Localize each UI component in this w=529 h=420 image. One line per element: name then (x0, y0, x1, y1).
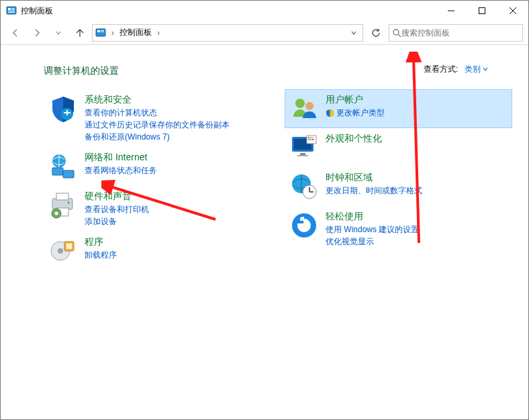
globe-icon (48, 152, 78, 181)
svg-point-34 (305, 102, 314, 110)
users-icon (289, 94, 319, 123)
category-title[interactable]: 程序 (85, 236, 117, 248)
programs-icon (48, 236, 78, 266)
svg-rect-10 (96, 29, 105, 36)
svg-point-14 (393, 30, 399, 35)
category-ease-of-access[interactable]: 轻松使用 使用 Windows 建议的设置 优化视觉显示 (285, 206, 512, 252)
breadcrumb-item[interactable]: 控制面板 (119, 27, 152, 38)
minimize-button[interactable] (436, 1, 467, 21)
svg-rect-32 (66, 244, 72, 249)
search-input[interactable] (389, 24, 523, 42)
task-link[interactable]: 备份和还原(Windows 7) (85, 132, 230, 142)
viewby: 查看方式: 类别 (424, 64, 488, 75)
task-link[interactable]: 查看你的计算机状态 (85, 107, 230, 118)
svg-rect-12 (101, 30, 104, 31)
viewby-value[interactable]: 类别 (465, 64, 488, 74)
svg-rect-21 (52, 168, 63, 175)
category-clock-region[interactable]: 时钟和区域 更改日期、时间或数字格式 (285, 167, 512, 206)
address-dropdown-icon[interactable] (350, 30, 360, 36)
addressbar[interactable]: › 控制面板 › (92, 24, 363, 42)
viewby-label: 查看方式: (424, 64, 458, 74)
svg-rect-45 (312, 139, 314, 140)
titlebar: 控制面板 (1, 1, 528, 21)
control-panel-icon (95, 28, 106, 38)
maximize-button[interactable] (467, 1, 497, 21)
svg-rect-18 (66, 110, 68, 115)
task-link[interactable]: 使用 Windows 建议的设置 (326, 224, 419, 235)
close-button[interactable] (497, 1, 528, 21)
svg-point-33 (295, 99, 305, 108)
category-title[interactable]: 时钟和区域 (326, 172, 422, 184)
svg-rect-7 (479, 8, 485, 14)
svg-rect-1 (8, 8, 11, 10)
window: 控制面板 › 控制面板 › 调整计算机的设置 查看方式: 类别 (0, 0, 529, 420)
monitor-icon (289, 133, 319, 162)
svg-rect-44 (310, 139, 311, 140)
svg-rect-13 (101, 32, 104, 32)
printer-icon (48, 191, 78, 220)
svg-rect-0 (7, 7, 16, 14)
svg-rect-22 (63, 170, 74, 178)
svg-rect-38 (297, 155, 308, 156)
category-title[interactable]: 硬件和声音 (85, 191, 149, 203)
clock-globe-icon (289, 172, 319, 201)
svg-line-15 (398, 34, 401, 37)
svg-point-26 (68, 202, 70, 204)
category-network[interactable]: 网络和 Internet 查看网络状态和任务 (44, 147, 271, 186)
category-title[interactable]: 轻松使用 (326, 211, 419, 223)
category-title[interactable]: 网络和 Internet (85, 152, 157, 164)
recent-dropdown[interactable] (49, 23, 68, 42)
category-title[interactable]: 用户帐户 (326, 94, 385, 106)
category-title[interactable]: 系统和安全 (85, 94, 230, 106)
task-link[interactable]: 通过文件历史记录保存你的文件备份副本 (85, 119, 230, 130)
breadcrumb-separator: › (111, 28, 114, 38)
forward-button[interactable] (28, 23, 46, 42)
control-panel-icon (6, 5, 17, 16)
task-link[interactable]: 查看设备和打印机 (85, 204, 149, 215)
svg-rect-41 (310, 137, 311, 138)
task-link[interactable]: 更改帐户类型 (326, 107, 385, 118)
col-right: 用户帐户 更改帐户类型 外观和个性化 (285, 89, 512, 270)
search-icon (392, 28, 401, 38)
svg-rect-42 (312, 137, 314, 138)
refresh-button[interactable] (366, 24, 386, 42)
shield-icon (48, 94, 78, 123)
navbar: › 控制面板 › (1, 21, 528, 45)
category-appearance[interactable]: 外观和个性化 (285, 128, 512, 167)
svg-rect-43 (308, 139, 309, 140)
task-link[interactable]: 查看网络状态和任务 (85, 165, 157, 176)
col-left: 系统和安全 查看你的计算机状态 通过文件历史记录保存你的文件备份副本 备份和还原… (44, 89, 271, 270)
task-link[interactable]: 优化视觉显示 (326, 236, 419, 247)
category-hardware-sound[interactable]: 硬件和声音 查看设备和打印机 添加设备 (44, 186, 271, 231)
svg-rect-40 (308, 137, 309, 138)
svg-rect-2 (11, 8, 15, 9)
search-field[interactable] (401, 28, 520, 38)
svg-rect-4 (8, 11, 15, 11)
category-title[interactable]: 外观和个性化 (326, 133, 382, 145)
svg-point-28 (55, 212, 58, 215)
category-programs[interactable]: 程序 卸载程序 (44, 231, 271, 270)
svg-point-30 (58, 248, 63, 254)
task-link[interactable]: 添加设备 (85, 216, 149, 227)
breadcrumb-separator: › (157, 28, 160, 38)
svg-rect-24 (56, 193, 68, 200)
back-button[interactable] (6, 23, 25, 42)
ease-icon (289, 211, 319, 240)
category-user-accounts[interactable]: 用户帐户 更改帐户类型 (285, 89, 512, 128)
window-title: 控制面板 (21, 5, 436, 17)
category-system-security[interactable]: 系统和安全 查看你的计算机状态 通过文件历史记录保存你的文件备份副本 备份和还原… (44, 89, 271, 147)
up-button[interactable] (70, 23, 89, 42)
svg-rect-37 (300, 153, 305, 155)
task-link[interactable]: 卸载程序 (85, 250, 117, 260)
svg-rect-5 (8, 12, 15, 13)
svg-rect-3 (11, 9, 15, 10)
uac-shield-icon (326, 109, 334, 117)
content: 调整计算机的设置 查看方式: 类别 系统和安全 查看你的计算机状态 通过文件历史… (1, 45, 528, 419)
task-link[interactable]: 更改日期、时间或数字格式 (326, 185, 422, 196)
svg-rect-11 (97, 30, 100, 32)
